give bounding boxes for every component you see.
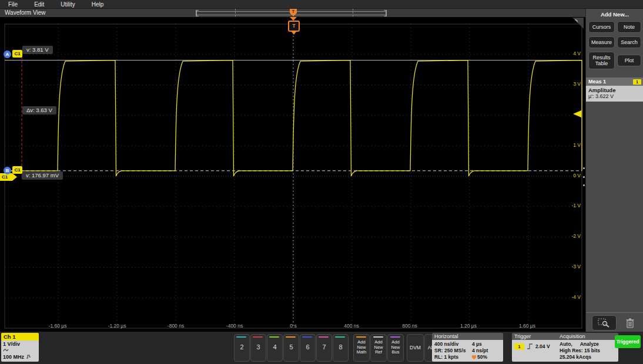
- horizontal-scale: 400 ns/div: [434, 341, 472, 348]
- channel-4-button[interactable]: 4: [267, 334, 283, 362]
- trigger-title: Trigger: [512, 333, 560, 340]
- horizontal-window: 4 µs: [472, 341, 482, 348]
- add-measure-button[interactable]: Measure: [588, 36, 615, 48]
- channel-1-badge[interactable]: Ch 1 1 V/div 100 MHz: [1, 333, 39, 362]
- minimap-tick: [235, 9, 236, 16]
- channel-2-color-stripe: [236, 336, 246, 338]
- trigger-status-badge: Triggered: [615, 335, 641, 348]
- y-axis-tick: -2 V: [571, 233, 581, 239]
- add-new-math-button[interactable]: AddNewMath: [353, 334, 370, 362]
- acquisition-mode: Auto,: [560, 341, 572, 348]
- channel-8-button[interactable]: 8: [333, 334, 349, 362]
- record-length: RL: 1 kpts: [434, 354, 472, 360]
- horizontal-title: Horizontal: [432, 333, 503, 340]
- channel-5-button[interactable]: 5: [283, 334, 299, 362]
- channel-7-color-stripe: [319, 336, 329, 338]
- channel-8-color-stripe: [335, 336, 345, 338]
- y-axis-tick: 0 V: [573, 173, 581, 178]
- channel-1-settings: 1 V/div 100 MHz: [1, 341, 39, 362]
- x-axis-tick: -1.20 µs: [108, 323, 126, 329]
- trigger-indicator-flag[interactable]: T: [287, 17, 299, 35]
- acquisition-title: Acquisition: [557, 333, 618, 340]
- trigger-position-marker[interactable]: T: [290, 9, 297, 16]
- cursor-a-source-badge[interactable]: C1: [12, 50, 22, 58]
- channel-1-scale: 1 V/div: [3, 341, 37, 348]
- sample-resolution: 4 ns/pt: [472, 348, 488, 354]
- trigger-badge[interactable]: Trigger 1 2.04 V: [512, 333, 560, 362]
- cursor-b-badge[interactable]: B: [4, 167, 11, 174]
- menu-utility[interactable]: Utility: [52, 1, 83, 8]
- add-cursors-button[interactable]: Cursors: [588, 21, 615, 33]
- results-bar-footer: [586, 312, 643, 332]
- y-axis-tick: -4 V: [571, 294, 581, 300]
- ref-color-stripe: [373, 336, 383, 338]
- channel-5-color-stripe: [286, 336, 296, 338]
- channel-6-label: 6: [300, 343, 315, 350]
- x-axis-tick: 0 s: [290, 323, 296, 329]
- trash-button[interactable]: [622, 315, 638, 330]
- acquisition-analyze: Analyze: [580, 341, 599, 348]
- waveform-display[interactable]: T A C1 v: 3.81 V Δv: 3.63 V B C1 v: 176.…: [0, 17, 585, 332]
- channel-2-button[interactable]: 2: [234, 334, 250, 362]
- add-plot-button[interactable]: Plot: [617, 55, 641, 66]
- minimap-left-bracket: [196, 10, 199, 16]
- add-new-bus-button[interactable]: AddNewBus: [387, 334, 404, 362]
- add-new-ref-button[interactable]: AddNewRef: [370, 334, 387, 362]
- add-note-button[interactable]: Note: [617, 21, 641, 33]
- trigger-position-icon: [472, 355, 476, 359]
- measurement-source-badge: 1: [633, 79, 641, 85]
- y-axis-tick: -1 V: [571, 203, 581, 208]
- acquisition-count: 25.204 kAcqs: [560, 354, 616, 360]
- channel-3-button[interactable]: 3: [250, 334, 266, 362]
- channel-8-label: 8: [333, 343, 348, 350]
- channel-4-color-stripe: [269, 336, 279, 338]
- cursor-a-badge[interactable]: A: [4, 50, 11, 58]
- channel-6-button[interactable]: 6: [300, 334, 316, 362]
- channel-7-button[interactable]: 7: [316, 334, 332, 362]
- trigger-level-value: 2.04 V: [535, 343, 550, 349]
- y-axis-tick: 4 V: [573, 50, 581, 56]
- zoom-tool-button[interactable]: [592, 315, 617, 331]
- x-axis-tick: 400 ns: [344, 323, 359, 329]
- channel-3-color-stripe: [253, 336, 263, 338]
- add-results-table-button[interactable]: Results Table: [588, 52, 615, 69]
- waveform-svg: [0, 17, 585, 332]
- measurement-badge[interactable]: Meas 1 1 Amplitude µ': 3.622 V: [586, 77, 643, 102]
- x-axis-tick: -400 ns: [226, 323, 243, 329]
- acquisition-badge[interactable]: Acquisition Auto, Analyze High Res: 15 b…: [557, 333, 618, 362]
- rising-edge-icon: [527, 343, 533, 350]
- math-color-stripe: [356, 336, 366, 338]
- measurement-badge-header: Meas 1 1: [586, 77, 643, 86]
- cursor-b-source-badge[interactable]: C1: [12, 166, 22, 174]
- add-search-button[interactable]: Search: [617, 36, 641, 48]
- probe-icon: [3, 348, 37, 354]
- channel-2-label: 2: [235, 343, 249, 350]
- waveform-view-title[interactable]: Waveform View: [5, 9, 45, 16]
- bandwidth-value: 100 MHz: [3, 354, 24, 360]
- dvm-button[interactable]: DVM: [407, 334, 424, 362]
- menu-file[interactable]: File: [0, 1, 26, 8]
- menu-help[interactable]: Help: [83, 1, 112, 8]
- channel-1-bandwidth: 100 MHz: [3, 354, 37, 360]
- channel-1-title: Ch 1: [1, 333, 39, 341]
- channel-6-color-stripe: [302, 336, 312, 338]
- measurement-badge-body: Amplitude µ': 3.622 V: [586, 86, 643, 102]
- channel-3-label: 3: [251, 343, 266, 350]
- x-axis-tick: 1.60 µs: [519, 323, 535, 329]
- menu-edit[interactable]: Edit: [26, 1, 52, 8]
- results-table-label-line1: Results: [592, 55, 610, 60]
- trigger-settings: 1 2.04 V: [512, 340, 560, 362]
- add-new-header: Add New...: [586, 9, 643, 18]
- channel-4-label: 4: [267, 343, 282, 350]
- cursor-delta-readout: Δv: 3.63 V: [22, 106, 56, 114]
- y-axis-tick: 1 V: [573, 142, 581, 148]
- channel-7-label: 7: [317, 343, 331, 350]
- x-axis-tick: 1.20 µs: [460, 323, 477, 329]
- add-new-button-grid: Cursors Note Measure Search Results Tabl…: [586, 18, 643, 73]
- timebase-minimap[interactable]: T: [196, 10, 387, 16]
- menu-bar: File Edit Utility Help: [0, 0, 643, 9]
- settings-bar: Ch 1 1 V/div 100 MHz 2 3 4 5 6 7 8 AddNe…: [0, 332, 643, 364]
- horizontal-badge[interactable]: Horizontal 400 ns/div4 µs SR: 250 MS/s4 …: [432, 333, 503, 362]
- bus-color-stripe: [390, 336, 400, 338]
- panel-splitter-handle[interactable]: [582, 167, 585, 186]
